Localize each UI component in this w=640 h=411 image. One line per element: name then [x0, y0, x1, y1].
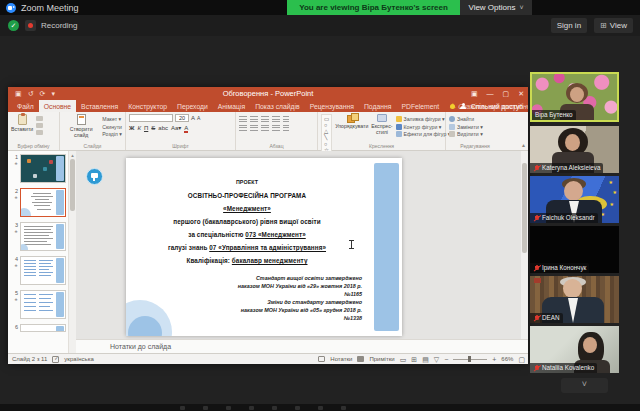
font-color-button[interactable]: A — [184, 125, 188, 133]
tab-pdfelement[interactable]: PDFelement — [396, 100, 444, 112]
tab-review[interactable]: Рецензування — [305, 100, 359, 112]
save-icon[interactable]: ▣ — [15, 87, 22, 100]
alignment-buttons[interactable] — [239, 125, 289, 131]
reading-view-icon[interactable]: ▤ — [422, 355, 429, 364]
zoom-level[interactable]: 66% — [501, 356, 513, 362]
redo-icon[interactable]: ⟳ — [40, 87, 46, 100]
zoom-slider-thumb[interactable] — [468, 356, 471, 362]
bold-button[interactable]: Ж — [129, 125, 134, 131]
sign-in-button[interactable]: Sign in — [551, 18, 587, 33]
ribbon-group-slides: Створити слайд Макет ▾ Скинути Розділ ▾ … — [60, 112, 126, 150]
minimize-icon[interactable]: — — [487, 87, 494, 100]
slide-thumbnail-5[interactable] — [20, 290, 66, 319]
language-indicator[interactable]: українська — [64, 356, 94, 362]
recording-indicator-icon[interactable] — [25, 20, 36, 31]
shape-outline-button[interactable]: Контур фігури ▾ — [396, 124, 451, 130]
quick-styles-button[interactable]: Експрес-стилі — [371, 114, 392, 135]
presentation-overlay-icon[interactable] — [86, 168, 103, 185]
view-options-button[interactable]: View Options ˅ — [460, 0, 532, 15]
close-icon[interactable]: ✕ — [518, 87, 524, 100]
collapse-ribbon-icon[interactable]: ▴ — [522, 141, 525, 148]
slide-thumbnail-6[interactable] — [20, 324, 66, 332]
zoom-out-icon[interactable]: − — [444, 355, 448, 364]
ribbon-display-options-icon[interactable]: ▣ — [471, 87, 478, 100]
windows-taskbar[interactable] — [0, 404, 640, 411]
restore-icon[interactable]: ▢ — [503, 87, 510, 100]
slide-sorter-view-icon[interactable]: ⊞ — [411, 355, 417, 364]
notes-pane[interactable]: Нотатки до слайда — [76, 339, 528, 353]
italic-button[interactable]: К — [137, 125, 141, 131]
tab-animations[interactable]: Анімація — [213, 100, 250, 112]
tab-home[interactable]: Основне — [39, 100, 76, 112]
normal-view-icon[interactable]: ▭ — [400, 355, 407, 364]
comments-toggle[interactable]: Примітки — [369, 356, 394, 362]
participant-name-tag: DEAN — [530, 313, 563, 323]
shapes-row: ▭ ○ △ ╲ — [324, 116, 329, 140]
clipboard-small-buttons[interactable] — [36, 114, 43, 135]
reset-button[interactable]: Скинути — [102, 124, 122, 130]
participant-video-iryna-kononchuk[interactable]: Ірина Конончук — [530, 226, 619, 273]
arrange-icon — [347, 114, 357, 122]
slide-thumbnail-4[interactable] — [20, 256, 66, 285]
strikethrough-button[interactable]: S — [151, 125, 155, 131]
font-name-combobox[interactable] — [129, 114, 173, 122]
section-button[interactable]: Розділ ▾ — [102, 131, 122, 137]
warning-icon[interactable]: ⚠ — [449, 102, 455, 110]
text-shadow-button[interactable]: abc — [158, 125, 168, 131]
tab-view[interactable]: Подання — [359, 100, 396, 112]
bullet-buttons[interactable] — [239, 116, 289, 122]
find-button[interactable]: Знайти — [449, 116, 483, 122]
slide-editor[interactable]: ПРОЕКТ ОСВІТНЬО-ПРОФЕСІЙНА ПРОГРАМА «Мен… — [126, 158, 402, 336]
tab-file[interactable]: Файл — [12, 100, 39, 112]
slide-thumbnail-2[interactable] — [20, 188, 66, 217]
slideshow-view-icon[interactable]: ▽ — [434, 355, 439, 364]
select-button[interactable]: Виділити ▾ — [449, 131, 483, 137]
scroll-up-icon[interactable]: ▴ — [69, 152, 76, 158]
shrink-font-icon[interactable]: A — [197, 115, 200, 121]
editor-scrollbar[interactable] — [521, 151, 528, 339]
shape-fill-button[interactable]: Заливка фігури ▾ — [396, 116, 451, 122]
zoom-slider[interactable] — [453, 359, 487, 360]
view-label: View — [610, 21, 627, 30]
viewing-screen-banner: You are viewing Віра Бутенко's screen — [287, 0, 460, 15]
slide-thumbnail-1[interactable] — [20, 154, 66, 183]
spellcheck-icon[interactable] — [52, 356, 59, 363]
grow-font-icon[interactable]: A — [191, 115, 195, 121]
participant-video-faichuk-oleksandr[interactable]: ★★ ★★ Faichuk Oleksandr — [530, 176, 619, 223]
zoom-in-icon[interactable]: + — [492, 355, 496, 364]
participant-video-kateryna-aleksieieva[interactable]: Kateryna Aleksieieva — [530, 126, 619, 173]
share-button[interactable]: Спільний доступ — [471, 103, 523, 110]
underline-button[interactable]: П — [144, 125, 148, 131]
font-size-combobox[interactable]: 20 — [175, 114, 189, 122]
transition-star-icon: ★ — [10, 195, 18, 200]
change-case-button[interactable]: Aa▾ — [171, 124, 181, 131]
fit-to-window-icon[interactable]: ▢ — [518, 355, 525, 364]
slide-thumbnail-3[interactable] — [20, 222, 66, 251]
scrollbar-thumb[interactable] — [70, 159, 75, 211]
new-slide-label: Створити слайд — [63, 126, 99, 138]
layout-button[interactable]: Макет ▾ — [102, 116, 122, 122]
slide-title: ОСВІТНЬО-ПРОФЕСІЙНА ПРОГРАМА — [134, 189, 360, 202]
participant-video-vira-butenko[interactable]: Віра Бутенко — [530, 72, 619, 122]
tab-insert[interactable]: Вставлення — [76, 100, 123, 112]
participant-video-nataliia-kovalenko[interactable]: Nataliia Kovalenko — [530, 326, 619, 373]
ribbon-group-editing: Знайти Замінити ▾ Виділити ▾ Редагування — [446, 112, 504, 150]
more-participants-button[interactable]: ˅ — [561, 378, 608, 393]
arrange-button[interactable]: Упорядкувати — [335, 114, 368, 129]
tab-design[interactable]: Конструктор — [123, 100, 172, 112]
shape-effects-button[interactable]: Ефекти для фігур ▾ — [396, 131, 451, 137]
replace-button[interactable]: Замінити ▾ — [449, 124, 483, 130]
view-button[interactable]: ⊞ View — [594, 18, 633, 33]
participant-video-dean[interactable]: DEAN — [530, 276, 619, 323]
new-slide-button[interactable]: Створити слайд — [63, 114, 99, 138]
notes-toggle[interactable]: Нотатки — [330, 356, 352, 362]
comments-toggle-icon[interactable] — [357, 356, 364, 362]
qat-dropdown-icon[interactable]: ▾ — [51, 87, 55, 100]
undo-icon[interactable]: ↺ — [28, 87, 34, 100]
tab-transitions[interactable]: Переходи — [172, 100, 213, 112]
tab-slideshow[interactable]: Показ слайдів — [250, 100, 305, 112]
paste-button[interactable]: Вставити — [11, 114, 33, 132]
notes-toggle-icon[interactable] — [318, 356, 325, 362]
security-shield-icon[interactable]: ✓ — [8, 20, 19, 31]
thumbnail-scrollbar[interactable]: ▴ — [69, 151, 76, 353]
